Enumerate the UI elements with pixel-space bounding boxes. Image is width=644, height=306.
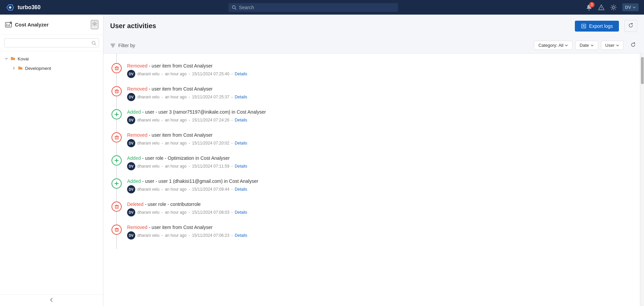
- separator: -: [232, 210, 233, 215]
- export-logs-button[interactable]: Export logs: [575, 21, 619, 32]
- development-label: Development: [25, 66, 51, 71]
- activity-title: Added - user - user 3 (ramor75197@inikal…: [127, 109, 633, 115]
- details-link[interactable]: Details: [235, 233, 247, 238]
- chevron-down-icon: [565, 44, 568, 47]
- details-link[interactable]: Details: [235, 95, 247, 99]
- list-item: Added - user role - Optimization in Cost…: [110, 151, 640, 174]
- category-filter[interactable]: Category: All: [534, 41, 572, 50]
- notifications-button[interactable]: 3: [586, 4, 592, 11]
- activity-meta: DVdharani velu-an hour ago-15/11/2024 07…: [127, 231, 633, 240]
- refresh-button[interactable]: [624, 20, 637, 32]
- timeline-icon-added: [112, 155, 122, 166]
- activity-content: Removed - user item from Cost AnalyserDV…: [127, 132, 633, 147]
- activity-description: - user item from Cost Analyser: [147, 225, 213, 230]
- svg-point-14: [94, 23, 95, 24]
- separator: -: [161, 118, 163, 122]
- activity-description: - user item from Cost Analyser: [147, 63, 213, 69]
- sidebar-item-kovai[interactable]: Kovai: [0, 54, 103, 63]
- cost-analyzer-icon: [5, 21, 12, 28]
- page-title: User activities: [110, 22, 156, 30]
- settings-button[interactable]: [610, 4, 617, 11]
- app-name: turbo360: [18, 4, 41, 11]
- scrollbar-thumb[interactable]: [641, 57, 644, 84]
- sidebar-search-input[interactable]: [4, 38, 99, 47]
- details-link[interactable]: Details: [235, 210, 247, 215]
- scrollbar[interactable]: [640, 54, 644, 306]
- separator: -: [232, 72, 233, 76]
- sidebar-search-area[interactable]: [0, 35, 103, 51]
- avatar: DV: [127, 231, 135, 240]
- activity-meta: DVdharani velu-an hour ago-15/11/2024 07…: [127, 139, 633, 147]
- user-name: dharani velu: [137, 187, 159, 192]
- sidebar: Cost Analyzer: [0, 15, 103, 306]
- search-icon: [92, 41, 96, 45]
- search-input[interactable]: [239, 5, 395, 10]
- activity-container[interactable]: Removed - user item from Cost AnalyserDV…: [103, 54, 640, 306]
- separator: -: [232, 187, 233, 192]
- timestamp: 15/11/2024 07:08:03: [192, 210, 229, 215]
- activity-action: Removed: [127, 225, 147, 230]
- details-link[interactable]: Details: [235, 164, 247, 169]
- svg-rect-21: [115, 67, 118, 70]
- separator: -: [161, 233, 163, 238]
- sidebar-settings-button[interactable]: [91, 20, 98, 29]
- time-ago: an hour ago: [165, 210, 186, 215]
- filter-refresh-button[interactable]: [629, 41, 637, 50]
- alerts-button[interactable]: [598, 4, 605, 11]
- details-link[interactable]: Details: [235, 141, 247, 146]
- user-filter[interactable]: User: [601, 41, 624, 50]
- trash-icon: [115, 89, 119, 94]
- svg-line-2: [235, 8, 236, 9]
- trash-icon: [115, 205, 119, 209]
- folder-icon: [18, 65, 23, 71]
- filter-label: Filter by: [118, 43, 135, 48]
- details-link[interactable]: Details: [235, 72, 247, 76]
- time-ago: an hour ago: [165, 187, 186, 192]
- activity-content: Added - user - user 1 (dhakisi11@gmail.c…: [127, 178, 633, 193]
- timeline-icon-removed: [112, 132, 122, 142]
- user-menu[interactable]: DV: [622, 3, 639, 11]
- sidebar-title-area: Cost Analyzer: [5, 21, 48, 28]
- activity-area: Removed - user item from Cost AnalyserDV…: [103, 54, 644, 306]
- details-link[interactable]: Details: [235, 118, 247, 122]
- trash-icon: [115, 66, 119, 71]
- trash-icon: [115, 228, 119, 232]
- sidebar-item-development[interactable]: Development: [0, 63, 103, 73]
- timeline-icon-removed: [112, 225, 122, 235]
- plus-icon: [115, 181, 119, 186]
- sidebar-title: Cost Analyzer: [15, 22, 48, 27]
- list-item: Deleted - user role - contributorroleDVd…: [110, 197, 640, 221]
- gear-icon: [92, 21, 98, 27]
- timeline-icon-removed: [112, 86, 122, 96]
- refresh-icon: [630, 42, 636, 47]
- svg-rect-47: [115, 229, 118, 231]
- svg-rect-33: [115, 136, 118, 139]
- time-ago: an hour ago: [165, 72, 186, 76]
- filter-icon: [110, 43, 116, 48]
- list-item: Removed - user item from Cost AnalyserDV…: [110, 221, 640, 244]
- activity-meta: DVdharani velu-an hour ago-15/11/2024 07…: [127, 208, 633, 216]
- activity-action: Removed: [127, 86, 147, 92]
- nav-icons: 3 DV: [586, 3, 639, 11]
- date-filter[interactable]: Date: [575, 41, 598, 50]
- activity-list: Removed - user item from Cost AnalyserDV…: [110, 54, 640, 249]
- list-item: Removed - user item from Cost AnalyserDV…: [110, 82, 640, 105]
- activity-action: Removed: [127, 132, 147, 138]
- sidebar-collapse-button[interactable]: [0, 294, 103, 306]
- avatar: DV: [127, 162, 135, 170]
- global-search-bar[interactable]: [228, 3, 398, 12]
- chevron-down-icon: [590, 44, 594, 47]
- separator: -: [232, 141, 233, 146]
- refresh-icon: [628, 23, 633, 28]
- timestamp: 15/11/2024 07:24:26: [192, 118, 229, 122]
- user-name: dharani velu: [137, 141, 159, 146]
- avatar: DV: [127, 208, 135, 216]
- separator: -: [232, 164, 233, 169]
- details-link[interactable]: Details: [235, 187, 247, 192]
- activity-meta: DVdharani velu-an hour ago-15/11/2024 07…: [127, 185, 633, 193]
- timestamp: 15/11/2024 07:11:59: [192, 164, 229, 169]
- activity-title: Added - user role - Optimization in Cost…: [127, 155, 633, 161]
- sidebar-header: Cost Analyzer: [0, 15, 103, 35]
- timestamp: 15/11/2024 07:20:02: [192, 141, 229, 146]
- separator: -: [161, 95, 163, 99]
